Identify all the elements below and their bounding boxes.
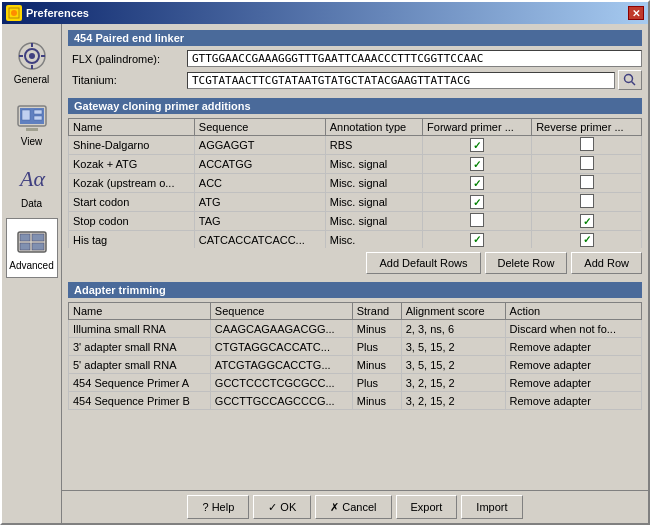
gateway-cell-name: His tag [69, 231, 195, 249]
gateway-cell-sequence: CATCACCATCACC... [194, 231, 325, 249]
adapter-table-row[interactable]: 454 Sequence Primer A GCCTCCCTCGCGCC... … [69, 374, 642, 392]
gateway-col-reverse: Reverse primer ... [532, 119, 642, 136]
gateway-table-row[interactable]: His tag CATCACCATCACC... Misc. ✓ ✓ [69, 231, 642, 249]
titanium-input[interactable] [187, 72, 615, 89]
view-icon [16, 102, 48, 134]
gateway-table-wrapper[interactable]: Name Sequence Annotation type Forward pr… [68, 118, 642, 248]
svg-rect-17 [20, 234, 30, 241]
gateway-table: Name Sequence Annotation type Forward pr… [68, 118, 642, 248]
gateway-cell-reverse[interactable]: ✓ [532, 212, 642, 231]
advanced-icon [16, 226, 48, 258]
gateway-cell-annotation: Misc. [325, 231, 422, 249]
titanium-label: Titanium: [72, 74, 187, 86]
gateway-cell-sequence: AGGAGGT [194, 136, 325, 155]
gateway-table-row[interactable]: Stop codon TAG Misc. signal ✓ [69, 212, 642, 231]
sidebar-item-advanced[interactable]: Advanced [6, 218, 58, 278]
gateway-cell-sequence: ATG [194, 193, 325, 212]
adapter-trimming-header: Adapter trimming [68, 282, 642, 298]
gateway-cell-annotation: Misc. signal [325, 174, 422, 193]
adapter-cell-score: 3, 5, 15, 2 [401, 338, 505, 356]
svg-line-22 [632, 82, 636, 86]
paired-end-linker-header: 454 Paired end linker [68, 30, 642, 46]
adapter-table-row[interactable]: Illumina small RNA CAAGCAGAAGACGG... Min… [69, 320, 642, 338]
sidebar-general-label: General [14, 74, 50, 85]
gateway-table-row[interactable]: Kozak + ATG ACCATGG Misc. signal ✓ [69, 155, 642, 174]
gateway-cell-forward[interactable]: ✓ [423, 136, 532, 155]
help-button[interactable]: ? Help [187, 495, 249, 519]
add-row-button[interactable]: Add Row [571, 252, 642, 274]
gateway-cell-annotation: Misc. signal [325, 155, 422, 174]
adapter-cell-strand: Minus [352, 356, 401, 374]
adapter-table-row[interactable]: 5' adapter small RNA ATCGTAGGCACCTG... M… [69, 356, 642, 374]
adapter-col-action: Action [505, 303, 641, 320]
adapter-table-row[interactable]: 454 Sequence Primer B GCCTTGCCAGCCCG... … [69, 392, 642, 410]
gateway-cell-name: Start codon [69, 193, 195, 212]
adapter-cell-action: Discard when not fo... [505, 320, 641, 338]
adapter-cell-name: 454 Sequence Primer A [69, 374, 211, 392]
svg-point-8 [29, 53, 35, 59]
right-panel: 454 Paired end linker FLX (palindrome): … [62, 24, 648, 523]
gateway-cell-reverse[interactable] [532, 136, 642, 155]
adapter-cell-score: 3, 2, 15, 2 [401, 392, 505, 410]
adapter-col-strand: Strand [352, 303, 401, 320]
gateway-cell-reverse[interactable] [532, 155, 642, 174]
ok-button[interactable]: ✓ OK [253, 495, 311, 519]
adapter-cell-strand: Plus [352, 374, 401, 392]
import-button[interactable]: Import [461, 495, 522, 519]
cancel-button[interactable]: ✗ Cancel [315, 495, 391, 519]
window-icon [6, 5, 22, 21]
adapter-cell-action: Remove adapter [505, 374, 641, 392]
adapter-table-wrapper[interactable]: Name Sequence Strand Alignment score Act… [68, 302, 642, 410]
gateway-cell-forward[interactable]: ✓ [423, 174, 532, 193]
svg-rect-12 [34, 110, 42, 114]
gateway-cell-name: Kozak + ATG [69, 155, 195, 174]
flx-input[interactable] [187, 50, 642, 67]
adapter-cell-strand: Minus [352, 392, 401, 410]
scrollable-content[interactable]: 454 Paired end linker FLX (palindrome): … [62, 24, 648, 490]
data-icon: Aα [16, 164, 48, 196]
gateway-cell-reverse[interactable] [532, 193, 642, 212]
titanium-row: Titanium: [68, 70, 642, 90]
titanium-search-button[interactable] [618, 70, 642, 90]
gateway-cloning-section: Gateway cloning primer additions Name Se… [68, 98, 642, 274]
gateway-col-forward: Forward primer ... [423, 119, 532, 136]
gateway-cell-forward[interactable] [423, 212, 532, 231]
gateway-table-row[interactable]: Shine-Dalgarno AGGAGGT RBS ✓ [69, 136, 642, 155]
gateway-cell-forward[interactable]: ✓ [423, 155, 532, 174]
adapter-cell-sequence: ATCGTAGGCACCTG... [210, 356, 352, 374]
search-icon [623, 73, 637, 87]
svg-point-1 [11, 10, 17, 16]
svg-text:Aα: Aα [18, 166, 45, 191]
gateway-cell-annotation: Misc. signal [325, 193, 422, 212]
general-icon [16, 40, 48, 72]
adapter-cell-strand: Plus [352, 338, 401, 356]
sidebar-item-general[interactable]: General [6, 32, 58, 92]
svg-rect-11 [22, 110, 30, 120]
svg-rect-14 [26, 128, 38, 131]
svg-rect-18 [32, 234, 44, 241]
sidebar-advanced-label: Advanced [9, 260, 53, 271]
gateway-cloning-header: Gateway cloning primer additions [68, 98, 642, 114]
paired-end-linker-section: 454 Paired end linker FLX (palindrome): … [68, 30, 642, 90]
gateway-cell-forward[interactable]: ✓ [423, 231, 532, 249]
adapter-col-sequence: Sequence [210, 303, 352, 320]
adapter-cell-action: Remove adapter [505, 338, 641, 356]
add-default-rows-button[interactable]: Add Default Rows [366, 252, 480, 274]
adapter-table-row[interactable]: 3' adapter small RNA CTGTAGGCACCATC... P… [69, 338, 642, 356]
flx-label: FLX (palindrome): [72, 53, 187, 65]
export-button[interactable]: Export [396, 495, 458, 519]
gateway-table-row[interactable]: Kozak (upstream o... ACC Misc. signal ✓ [69, 174, 642, 193]
gateway-cell-reverse[interactable]: ✓ [532, 231, 642, 249]
sidebar-item-data[interactable]: Aα Data [6, 156, 58, 216]
adapter-col-name: Name [69, 303, 211, 320]
close-button[interactable]: ✕ [628, 6, 644, 20]
gateway-cell-reverse[interactable] [532, 174, 642, 193]
gateway-cell-sequence: ACC [194, 174, 325, 193]
gateway-cell-forward[interactable]: ✓ [423, 193, 532, 212]
sidebar-item-view[interactable]: View [6, 94, 58, 154]
svg-point-21 [625, 75, 633, 83]
delete-row-button[interactable]: Delete Row [485, 252, 568, 274]
adapter-cell-sequence: GCCTTGCCAGCCCG... [210, 392, 352, 410]
gateway-col-sequence: Sequence [194, 119, 325, 136]
gateway-table-row[interactable]: Start codon ATG Misc. signal ✓ [69, 193, 642, 212]
